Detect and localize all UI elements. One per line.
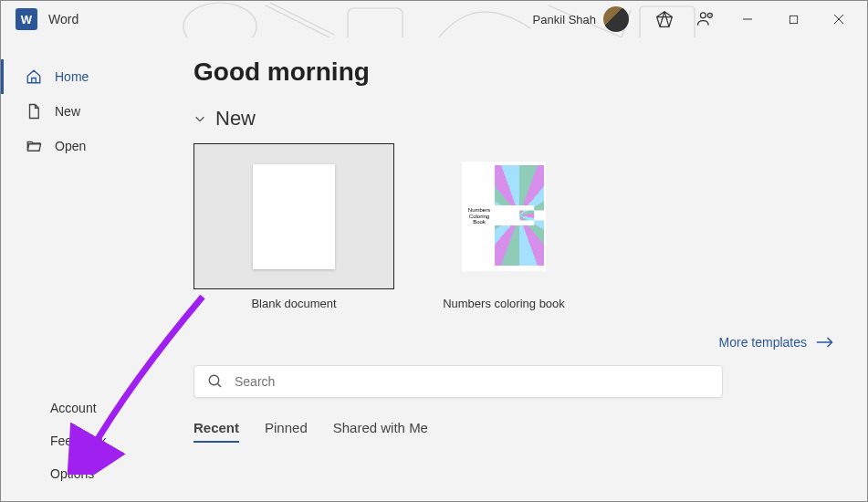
svg-rect-1 — [348, 8, 403, 37]
nav-account[interactable]: Account — [1, 392, 161, 424]
tab-label: Pinned — [265, 420, 308, 435]
app-title: Word — [48, 12, 78, 26]
nav-label: Open — [55, 139, 86, 153]
document-icon — [26, 103, 42, 120]
nav-label: Home — [55, 69, 89, 84]
chevron-down-icon — [193, 112, 206, 125]
tab-recent[interactable]: Recent — [193, 420, 239, 443]
tab-label: Shared with Me — [333, 420, 428, 435]
folder-open-icon — [26, 138, 42, 154]
greeting-heading: Good morning — [193, 58, 834, 87]
avatar — [603, 6, 629, 32]
svg-rect-7 — [790, 16, 797, 23]
nav-label: Account — [50, 401, 97, 415]
nav-label: Options — [50, 466, 94, 481]
template-blank-document[interactable]: Blank document — [193, 143, 394, 310]
content-area: Good morning New Blank document Numbers … — [161, 37, 867, 501]
link-label: More templates — [719, 335, 807, 350]
close-button[interactable] — [818, 1, 860, 37]
svg-point-0 — [183, 3, 256, 37]
new-section-header[interactable]: New — [193, 107, 834, 131]
nav-open[interactable]: Open — [1, 129, 161, 163]
tab-shared[interactable]: Shared with Me — [333, 420, 428, 443]
search-input[interactable] — [235, 374, 709, 389]
arrow-right-icon — [816, 336, 834, 349]
svg-point-11 — [209, 375, 219, 385]
person-help-icon[interactable]: ? — [686, 1, 723, 37]
search-icon — [207, 373, 224, 390]
search-box[interactable] — [193, 365, 723, 398]
svg-line-12 — [217, 383, 221, 387]
user-account[interactable]: Pankil Shah — [533, 6, 629, 32]
nav-options[interactable]: Options — [1, 457, 161, 490]
home-icon — [26, 68, 42, 85]
titlebar: W Word Pankil Shah ? — [1, 1, 867, 37]
template-label: Numbers coloring book — [422, 297, 586, 310]
tab-label: Recent — [193, 420, 239, 435]
nav-label: New — [55, 104, 80, 119]
nav-new[interactable]: New — [1, 94, 161, 129]
tab-pinned[interactable]: Pinned — [265, 420, 308, 443]
svg-point-3 — [700, 13, 706, 18]
word-app-icon: W — [16, 8, 37, 30]
sidebar: Home New Open Account Feedback Options — [1, 37, 161, 501]
template-label: Blank document — [193, 297, 394, 310]
template-numbers-coloring-book[interactable]: Numbers Coloring Book Numbers coloring b… — [422, 143, 586, 310]
template-preview — [193, 143, 394, 289]
premium-icon[interactable] — [646, 1, 683, 37]
new-section-title: New — [215, 107, 256, 131]
minimize-button[interactable] — [727, 1, 769, 37]
nav-label: Feedback — [50, 434, 106, 448]
nav-home[interactable]: Home — [1, 59, 161, 94]
maximize-button[interactable] — [772, 1, 814, 37]
user-name: Pankil Shah — [533, 13, 596, 26]
template-preview: Numbers Coloring Book — [422, 143, 586, 289]
more-templates-link[interactable]: More templates — [719, 335, 834, 350]
nav-feedback[interactable]: Feedback — [1, 424, 161, 457]
